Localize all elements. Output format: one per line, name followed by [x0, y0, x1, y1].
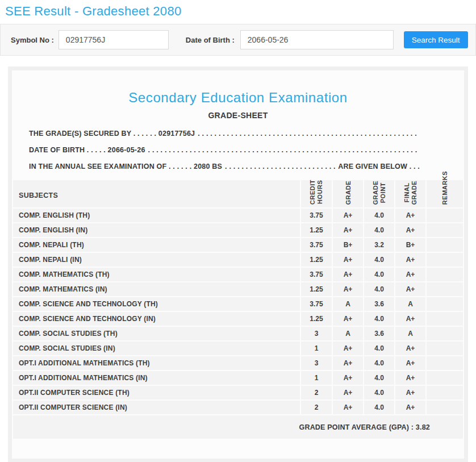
- header-grade: GRADE: [332, 180, 364, 208]
- grade-cell: A+: [332, 267, 364, 282]
- final-grade-cell: A+: [395, 282, 426, 297]
- grade-cell: A+: [332, 223, 364, 238]
- gpa-row: GRADE POINT AVERAGE (GPA) : 3.82: [12, 415, 464, 439]
- subject-cell: COMP. ENGLISH (IN): [12, 223, 300, 238]
- grade-point-cell: 4.0: [364, 385, 395, 400]
- grade-cell: A+: [332, 252, 364, 267]
- remarks-cell: [426, 385, 464, 400]
- grade-cell: A+: [332, 341, 364, 356]
- header-credit-hours: CREDIT HOURS: [300, 180, 332, 208]
- search-panel: Symbol No : Date of Birth : Search Resul…: [0, 24, 476, 56]
- dot-leader: . . . . . . . . . . . . . . . . . . . . …: [198, 130, 417, 138]
- gradesheet-subheading: GRADE-SHEET: [12, 111, 464, 120]
- final-grade-cell: B+: [395, 238, 426, 252]
- grade-cell: A: [332, 326, 364, 341]
- credit-hours-cell: 3: [300, 326, 332, 341]
- subject-cell: COMP. SOCIAL STUDIES (IN): [12, 341, 300, 356]
- subject-cell: OPT.I ADDITIONAL MATHEMATICS (IN): [12, 371, 300, 385]
- subject-cell: COMP. NEPALI (IN): [12, 252, 300, 267]
- credit-hours-cell: 1.25: [300, 223, 332, 238]
- remarks-cell: [426, 297, 464, 311]
- subject-cell: OPT.I ADDITIONAL MATHEMATICS (TH): [12, 356, 300, 371]
- remarks-cell: [426, 356, 464, 371]
- grade-point-cell: 4.0: [364, 311, 395, 326]
- grade-point-cell: 4.0: [364, 252, 395, 267]
- date-of-birth-input[interactable]: [240, 30, 394, 49]
- table-row: OPT.II COMPUTER SCIENCE (IN) 2 A+ 4.0 A+: [12, 400, 464, 415]
- table-row: COMP. ENGLISH (TH) 3.75 A+ 4.0 A+: [12, 208, 464, 223]
- table-row: COMP. SOCIAL STUDIES (IN) 1 A+ 4.0 A+: [12, 341, 464, 356]
- subject-cell: OPT.II COMPUTER SCIENCE (TH): [12, 385, 300, 400]
- grade-cell: A+: [332, 208, 364, 223]
- credit-hours-cell: 2: [300, 385, 332, 400]
- grade-cell: A: [332, 297, 364, 311]
- table-row: COMP. NEPALI (IN) 1.25 A+ 4.0 A+: [12, 252, 464, 267]
- grade-point-cell: 4.0: [364, 282, 395, 297]
- credit-hours-cell: 3.75: [300, 208, 332, 223]
- remarks-cell: [426, 208, 464, 223]
- credit-hours-cell: 3.75: [300, 238, 332, 252]
- credit-hours-cell: 1.25: [300, 252, 332, 267]
- grade-point-cell: 3.6: [364, 326, 395, 341]
- final-grade-cell: A+: [395, 267, 426, 282]
- subject-cell: COMP. MATHEMATICS (TH): [12, 267, 300, 282]
- remarks-cell: [426, 400, 464, 415]
- final-grade-cell: A+: [395, 356, 426, 371]
- grades-table: SUBJECTS CREDIT HOURS GRADE GRADE POINT …: [12, 179, 464, 440]
- final-grade-cell: A: [395, 297, 426, 311]
- grade-point-cell: 3.6: [364, 297, 395, 311]
- credit-hours-cell: 1: [300, 371, 332, 385]
- final-grade-cell: A+: [395, 385, 426, 400]
- info-lines: THE GRADE(S) SECURED BY . . . . . . 0291…: [12, 130, 464, 179]
- credit-hours-cell: 1.25: [300, 311, 332, 326]
- subject-cell: OPT.II COMPUTER SCIENCE (IN): [12, 400, 300, 415]
- grade-point-cell: 4.0: [364, 371, 395, 385]
- table-row: COMP. NEPALI (TH) 3.75 B+ 3.2 B+: [12, 238, 464, 252]
- credit-hours-cell: 1.25: [300, 282, 332, 297]
- date-of-birth-label: Date of Birth :: [186, 36, 235, 44]
- grade-cell: A+: [332, 400, 364, 415]
- final-grade-cell: A+: [395, 311, 426, 326]
- exam-heading: Secondary Education Examination: [12, 89, 464, 106]
- credit-hours-cell: 3.75: [300, 267, 332, 282]
- remarks-cell: [426, 371, 464, 385]
- final-grade-cell: A+: [395, 341, 426, 356]
- grade-point-cell: 4.0: [364, 400, 395, 415]
- grade-point-cell: 4.0: [364, 267, 395, 282]
- final-grade-cell: A+: [395, 252, 426, 267]
- grade-point-cell: 4.0: [364, 208, 395, 223]
- subject-cell: COMP. NEPALI (TH): [12, 238, 300, 252]
- credit-hours-cell: 1: [300, 341, 332, 356]
- table-row: OPT.II COMPUTER SCIENCE (TH) 2 A+ 4.0 A+: [12, 385, 464, 400]
- grade-cell: A+: [332, 371, 364, 385]
- gradesheet-card: Secondary Education Examination GRADE-SH…: [12, 70, 464, 459]
- remarks-cell: [426, 311, 464, 326]
- remarks-cell: [426, 223, 464, 238]
- dot-leader: . . . . . . . . . . . . . . . . . . . . …: [148, 146, 417, 154]
- table-row: OPT.I ADDITIONAL MATHEMATICS (TH) 3 A+ 4…: [12, 356, 464, 371]
- subject-cell: COMP. SOCIAL STUDIES (TH): [12, 326, 300, 341]
- table-header-row: SUBJECTS CREDIT HOURS GRADE GRADE POINT …: [12, 180, 464, 208]
- info-line: THE GRADE(S) SECURED BY . . . . . . 0291…: [12, 130, 464, 146]
- credit-hours-cell: 3: [300, 356, 332, 371]
- final-grade-cell: A+: [395, 371, 426, 385]
- credit-hours-cell: 2: [300, 400, 332, 415]
- symbol-no-input[interactable]: [59, 30, 169, 49]
- grade-point-cell: 3.2: [364, 238, 395, 252]
- header-final-grade: FINAL GRADE: [395, 180, 426, 208]
- result-panel: Secondary Education Examination GRADE-SH…: [8, 66, 468, 462]
- table-row: COMP. MATHEMATICS (IN) 1.25 A+ 4.0 A+: [12, 282, 464, 297]
- search-result-button[interactable]: Search Result: [404, 31, 468, 48]
- final-grade-cell: A: [395, 326, 426, 341]
- dot-leader: . . . . . . . . . . . . . . . . . . . . …: [225, 163, 335, 170]
- grade-point-cell: 4.0: [364, 356, 395, 371]
- grade-cell: A+: [332, 311, 364, 326]
- table-row: COMP. SCIENCE AND TECHNOLOGY (IN) 1.25 A…: [12, 311, 464, 326]
- info-line: DATE OF BIRTH . . . . . 2066-05-26 . . .…: [12, 146, 464, 163]
- subject-cell: COMP. MATHEMATICS (IN): [12, 282, 300, 297]
- remarks-cell: [426, 282, 464, 297]
- final-grade-cell: A+: [395, 208, 426, 223]
- header-remarks: REMARKS: [426, 180, 464, 208]
- table-row: COMP. MATHEMATICS (TH) 3.75 A+ 4.0 A+: [12, 267, 464, 282]
- symbol-no-label: Symbol No :: [11, 36, 54, 44]
